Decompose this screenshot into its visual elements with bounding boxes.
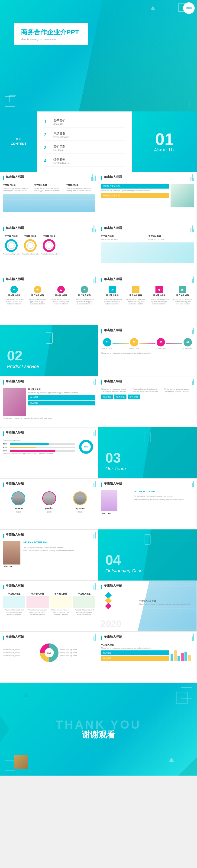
slide-title-bar-7b: 单击输入标题 xyxy=(101,482,194,488)
slide-3b: 单击输入标题 ✉ 甲方输入标题 Please text key words an… xyxy=(98,274,197,325)
slide-row-7: 单击输入标题 my name 某某某 position 某某某 xyxy=(0,478,197,529)
slide-9a: 单击输入标题 甲方输入标题 Please text key words and … xyxy=(0,581,98,631)
slide-6a: 单击输入标题 Please input key words 60% 40% xyxy=(0,427,98,478)
logo: 贤界园 xyxy=(183,2,195,14)
slide-row-2: 单击输入标题 甲方输入标题 Please topic key words 甲方输… xyxy=(0,223,197,274)
slide-row-4: 02 Product service 单击输入标题 01 甲方输入标题 02 甲… xyxy=(0,325,197,376)
team-avatars: my name 某某某 position 某某某 my name 某某某 xyxy=(3,491,95,513)
donut-3 xyxy=(43,239,56,252)
slide-1b: 单击输入标题 单击输入文字标题 Please text key words an… xyxy=(98,172,197,223)
content-7b: John DOE HELENA PATTERSON You can replac… xyxy=(101,490,194,515)
content-10b: 甲方输入标题 Please text key words and append … xyxy=(101,644,194,661)
content-5a: 甲方输入标题 Please text key words and append … xyxy=(3,388,95,416)
phone-deco-04 xyxy=(145,534,151,545)
slide-2b: 单击输入标题 甲方输入标题 Please input key words 甲方输… xyxy=(98,223,197,274)
slide-title-bar-8a: 单击输入标题 xyxy=(3,532,95,539)
thankyou-cn: 谢谢观看 xyxy=(82,729,115,741)
phone-deco-03 xyxy=(145,432,151,442)
content-1b-inner: 单击输入文字标题 Please text key words and appen… xyxy=(101,184,194,207)
deco-bars-1a xyxy=(91,175,96,181)
toc-item-4: 4 优秀案例 Outstanding Ca... xyxy=(44,156,125,166)
slide-2a: 单击输入标题 甲方输入标题 Please topic key words 甲方输… xyxy=(0,223,98,274)
svg-text:SWO: SWO xyxy=(47,652,51,654)
icon-item-1: ♥ 甲方输入标题 Please text key words and appen… xyxy=(3,286,25,305)
btn-1: 输入标题 xyxy=(101,395,113,399)
slide-7b: 单击输入标题 John DOE HELENA PATTERSON You can… xyxy=(98,478,197,529)
section-04-slide: 04 Outstanding Case xyxy=(98,529,197,581)
slide-title-bar-9a: 单击输入标题 xyxy=(3,584,95,590)
avatar-1 xyxy=(11,491,25,505)
toc-item-1: 1 关于我们 About Us xyxy=(44,117,125,127)
person-detail: John DOE HELENA PATTERSON You can replac… xyxy=(3,541,95,568)
icon-item-3: ▲ 甲方输入标题 Please text key words and appen… xyxy=(50,286,72,305)
avatar-2 xyxy=(42,491,56,505)
bg-building xyxy=(79,0,197,112)
slide-title-bar-1a: 单击输入标题 xyxy=(3,175,95,181)
person-photo-7b xyxy=(101,490,118,511)
icon-item-2: ★ 甲方输入标题 Please text key words and appen… xyxy=(27,286,48,305)
left-tri xyxy=(0,715,9,743)
icon-item-7: ◆ 甲方输入标题 Please text key words and appen… xyxy=(148,286,170,305)
building-overlay-04 xyxy=(143,529,197,581)
slide-title-bar-2b: 单击输入标题 xyxy=(101,226,194,232)
donut-6a: 60% xyxy=(77,439,95,455)
phone-icon-deco xyxy=(46,332,53,344)
donut-2 xyxy=(24,239,37,252)
icon-item-5: ✉ 甲方输入标题 Please text key words and appen… xyxy=(101,286,123,305)
slide-10a: 单击输入标题 Please input key words Please inp… xyxy=(0,631,98,683)
icon-row-3b: ✉ 甲方输入标题 Please text key words and appen… xyxy=(101,286,194,305)
slide-title-bar-2a: 单击输入标题 xyxy=(3,226,95,232)
person-photo-8a xyxy=(3,541,21,564)
slide-row-9: 单击输入标题 甲方输入标题 Please text key words and … xyxy=(0,581,197,631)
slide-title: 贤界园 商务合作企业介PPT Here is where your presen… xyxy=(0,0,197,112)
person-2: position 某某某 xyxy=(42,491,56,513)
four-col: 甲方输入标题 Please text key words and append … xyxy=(3,592,95,616)
person-3: my name 某某某 xyxy=(73,491,87,513)
deco-squares-br xyxy=(181,100,190,109)
slide-title-bar-10b: 单击输入标题 xyxy=(101,634,194,641)
tri-deco-ty xyxy=(169,757,174,762)
slide-title-bar-5a: 单击输入标题 xyxy=(3,379,95,386)
gold-texture xyxy=(14,755,28,769)
slide-title-bar-3a: 单击输入标题 xyxy=(3,277,95,283)
slide-row-8: 单击输入标题 John DOE HELENA PATTERSON You can… xyxy=(0,529,197,581)
slide-5a: 单击输入标题 甲方输入标题 Please text key words and … xyxy=(0,376,98,427)
toc-label: THECONTENT xyxy=(11,137,27,146)
toc-item-2: 2 产品服务 ProductService xyxy=(44,130,125,141)
slide-thankyou: THANK YOU 谢谢观看 xyxy=(0,683,197,776)
swot-circle: SWO xyxy=(40,644,59,662)
building-overlay-03 xyxy=(143,427,197,478)
building-photo-1 xyxy=(3,194,95,212)
deco-triangle xyxy=(151,6,155,10)
path-node-4: 04 xyxy=(184,338,192,346)
year-display: 2020 xyxy=(101,619,121,629)
slide-title-bar-6a: 单击输入标题 xyxy=(3,430,95,437)
corner-tri xyxy=(178,757,197,776)
slide-title-bar-7a: 单击输入标题 xyxy=(3,482,95,488)
icon-item-6: ☆ 甲方输入标题 Please text key words and appen… xyxy=(125,286,146,305)
section-03-slide: 03 Our Team xyxy=(98,427,197,478)
content-6a: Please input key words 60% 40% 70% xyxy=(3,439,95,455)
btn-2: 输入标题 xyxy=(114,395,127,399)
slide-1a: 单击输入标题 甲方输入标题 Please text key words and … xyxy=(0,172,98,223)
person-1: my name 某某某 xyxy=(11,491,25,513)
input-box-10b-2: 输入标题 xyxy=(101,656,169,661)
main-title: 商务合作企业介PPT xyxy=(21,28,81,37)
icon-row-3a: ♥ 甲方输入标题 Please text key words and appen… xyxy=(3,286,95,305)
donut-1 xyxy=(5,239,18,252)
tri-deco-ty2 xyxy=(23,692,29,696)
text-box-1: 单击输入文字标题 xyxy=(101,184,169,189)
icon-item-8: ▶ 甲方输入标题 Please text key words and appen… xyxy=(172,286,194,305)
section-02-slide: 02 Product service xyxy=(0,325,98,376)
slide-title-bar-3b: 单击输入标题 xyxy=(101,277,194,283)
toc-item-3: 3 我们团队 Our Team xyxy=(44,143,125,154)
input-box-10b-1: 输入标题 xyxy=(101,650,169,655)
deco-sq-bl xyxy=(5,761,15,771)
toc-left-panel: THECONTENT xyxy=(0,112,37,172)
main-subtitle: Here is where your presentation xyxy=(21,38,81,41)
path-node-1: 01 xyxy=(103,338,111,346)
content-5b: Please text key words and append coachin… xyxy=(101,388,194,399)
slide-title-bar-5b: 单击输入标题 xyxy=(101,379,194,386)
slide-3a: 单击输入标题 ♥ 甲方输入标题 Please text key words an… xyxy=(0,274,98,325)
toc-items-list: 1 关于我们 About Us 2 产品服务 ProductService 3 … xyxy=(37,112,132,172)
